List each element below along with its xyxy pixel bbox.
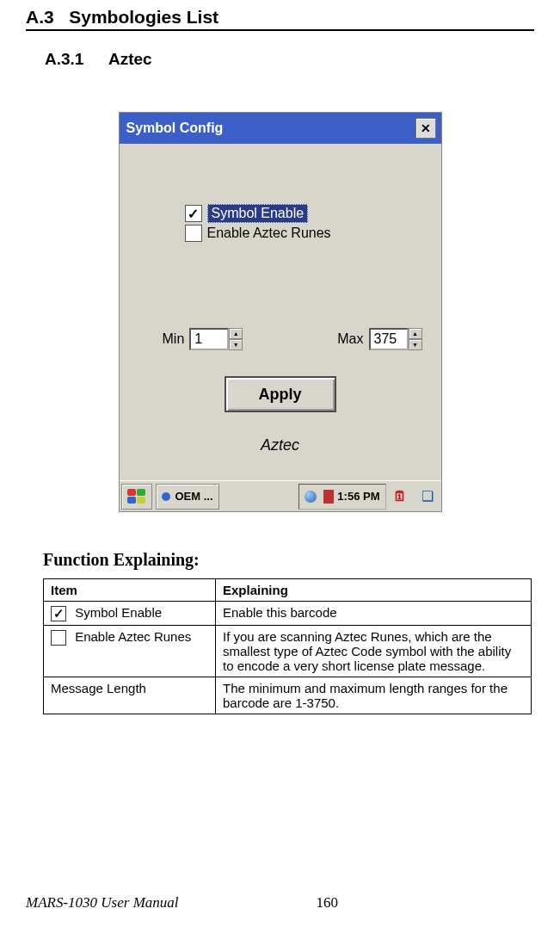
- option-symbol-enable[interactable]: ✓ Symbol Enable: [185, 204, 424, 223]
- spin-down-icon[interactable]: ▼: [229, 339, 243, 350]
- apply-button[interactable]: Apply: [225, 376, 336, 412]
- option-label: Symbol Enable: [207, 204, 309, 223]
- function-explaining-heading: Function Explaining:: [43, 550, 534, 570]
- min-input[interactable]: 1: [189, 328, 229, 350]
- checkbox-checked-icon[interactable]: ✓: [185, 205, 202, 222]
- bluetooth-icon: [323, 490, 334, 504]
- dialog-panel: ✓ Symbol Enable Enable Aztec Runes Min 1…: [120, 144, 441, 480]
- page-footer: MARS-1030 User Manual 160: [26, 894, 534, 912]
- subsection-title: Aztec: [108, 50, 152, 68]
- row-item: Enable Aztec Runes: [75, 629, 191, 644]
- section-title: Symbologies List: [69, 7, 218, 27]
- subsection-number: A.3.1: [45, 50, 83, 68]
- min-group: Min 1 ▲ ▼: [163, 328, 243, 350]
- min-spinner[interactable]: ▲ ▼: [229, 328, 243, 350]
- max-label: Max: [337, 331, 363, 347]
- windows-flag-icon: [127, 489, 146, 504]
- table-row: ✓ Symbol Enable Enable this barcode: [44, 602, 532, 626]
- taskbar-app-label: OEM ...: [175, 490, 213, 503]
- taskbar-item-oem[interactable]: OEM ...: [156, 484, 219, 510]
- min-label: Min: [163, 331, 185, 347]
- max-spinner[interactable]: ▲ ▼: [409, 328, 422, 350]
- minmax-row: Min 1 ▲ ▼ Max 375 ▲: [137, 328, 424, 350]
- network-icon: [305, 491, 317, 503]
- page-number: 160: [317, 894, 339, 912]
- checkbox-checked-icon: ✓: [51, 606, 66, 621]
- row-explain: If you are scanning Aztec Runes, which a…: [216, 626, 532, 677]
- close-button[interactable]: ✕: [415, 118, 436, 139]
- taskbar: OEM ... 1:56 PM 🗓 ❏: [120, 480, 441, 511]
- spin-up-icon[interactable]: ▲: [409, 328, 422, 339]
- table-row: Message Length The minimum and maximum l…: [44, 677, 532, 714]
- col-explain: Explaining: [216, 579, 532, 602]
- start-button[interactable]: [121, 484, 152, 510]
- row-explain: The minimum and maximum length ranges fo…: [216, 677, 532, 714]
- section-heading: A.3 Symbologies List: [26, 7, 534, 31]
- manual-title: MARS-1030 User Manual: [26, 894, 179, 912]
- col-item: Item: [44, 579, 216, 602]
- max-group: Max 375 ▲ ▼: [337, 328, 422, 350]
- titlebar: Symbol Config ✕: [120, 113, 441, 144]
- max-input[interactable]: 375: [369, 328, 409, 350]
- row-explain: Enable this barcode: [216, 602, 532, 626]
- option-enable-runes[interactable]: Enable Aztec Runes: [185, 225, 424, 242]
- checkbox-unchecked-icon: [51, 630, 66, 646]
- spin-up-icon[interactable]: ▲: [229, 328, 243, 339]
- section-number: A.3: [26, 7, 54, 27]
- clock: 1:56 PM: [337, 490, 379, 503]
- function-table: Item Explaining ✓ Symbol Enable Enable t…: [43, 578, 532, 714]
- option-label: Enable Aztec Runes: [207, 226, 331, 241]
- dialog-title: Symbol Config: [126, 121, 224, 136]
- table-row: Enable Aztec Runes If you are scanning A…: [44, 626, 532, 677]
- calendar-icon[interactable]: 🗓: [388, 485, 412, 509]
- checkbox-unchecked-icon[interactable]: [185, 225, 202, 242]
- row-item: Message Length: [44, 677, 216, 714]
- system-tray[interactable]: 1:56 PM: [298, 484, 385, 510]
- dialog-window: Symbol Config ✕ ✓ Symbol Enable Enable A…: [119, 112, 442, 512]
- close-icon: ✕: [421, 121, 431, 135]
- app-icon: [162, 492, 170, 501]
- spin-down-icon[interactable]: ▼: [409, 339, 422, 350]
- table-header-row: Item Explaining: [44, 579, 532, 602]
- row-item: Symbol Enable: [75, 605, 162, 620]
- cascade-windows-icon[interactable]: ❏: [415, 485, 440, 509]
- subsection-heading: A.3.1 Aztec: [45, 50, 534, 69]
- panel-name: Aztec: [137, 436, 424, 454]
